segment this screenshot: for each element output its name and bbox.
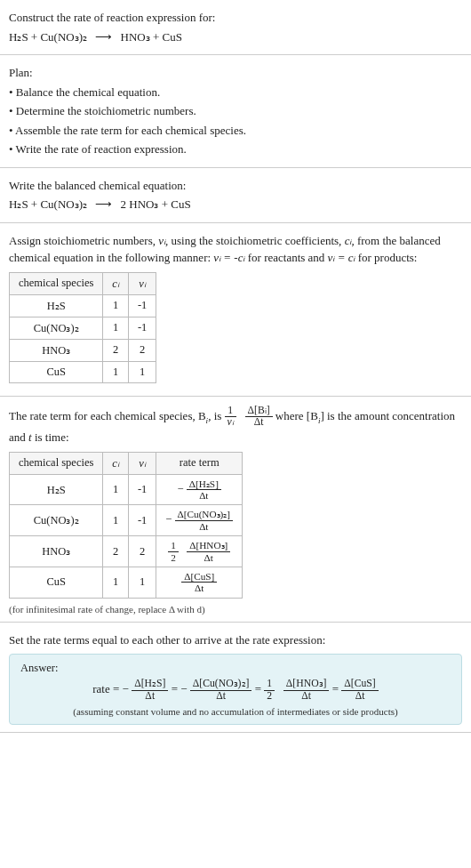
numerator: Δ[HNO₃]: [187, 540, 230, 551]
table-row: CuS 1 1: [10, 361, 156, 382]
text: , is: [208, 409, 224, 422]
denominator: Δt: [245, 417, 273, 429]
answer-label: Answer:: [20, 662, 451, 675]
cell-nu: -1: [128, 505, 156, 536]
plan-title: Plan:: [9, 64, 462, 82]
section-balanced: Write the balanced chemical equation: H₂…: [0, 168, 471, 223]
col-rate-term: rate term: [156, 452, 243, 474]
table-row: HNO₃ 2 2: [10, 339, 156, 361]
table-row: HNO₃ 2 2 1 2 Δ[HNO₃] Δt: [10, 536, 243, 567]
numerator: 1: [168, 540, 179, 551]
cell-species: H₂S: [10, 474, 103, 505]
cell-rate-term: 1 2 Δ[HNO₃] Δt: [156, 536, 243, 567]
denominator: Δt: [175, 521, 234, 532]
stoich-intro: Assign stoichiometric numbers, νᵢ, using…: [9, 232, 462, 267]
equals: =: [255, 683, 265, 696]
table-row: Cu(NO₃)₂ 1 -1: [10, 317, 156, 339]
eq-lhs: H₂S + Cu(NO₃)₂: [9, 30, 87, 44]
cell-nu: 2: [128, 339, 156, 361]
table-row: CuS 1 1 Δ[CuS] Δt: [10, 567, 243, 598]
table-row: H₂S 1 -1: [10, 294, 156, 317]
prompt-title: Construct the rate of reaction expressio…: [9, 9, 462, 27]
rate-prefix: rate = −: [92, 683, 129, 696]
cell-species: H₂S: [10, 294, 103, 317]
denominator: 2: [168, 552, 179, 563]
cell-nu: 1: [128, 361, 156, 382]
cell-species: HNO₃: [10, 339, 103, 361]
cell-rate-term: − Δ[Cu(NO₃)₂] Δt: [156, 505, 243, 536]
cell-rate-term: Δ[CuS] Δt: [156, 567, 243, 598]
col-nu: νᵢ: [128, 272, 156, 294]
text: where [B: [275, 409, 318, 422]
table-row: Cu(NO₃)₂ 1 -1 − Δ[Cu(NO₃)₂] Δt: [10, 505, 243, 536]
table-header-row: chemical species cᵢ νᵢ rate term: [10, 452, 243, 474]
balanced-equation: H₂S + Cu(NO₃)₂ ⟶ 2 HNO₃ + CuS: [9, 196, 462, 213]
numerator: 1: [225, 406, 236, 418]
cell-species: CuS: [10, 361, 103, 382]
section-prompt: Construct the rate of reaction expressio…: [0, 0, 471, 55]
col-ci: cᵢ: [103, 452, 129, 474]
nu-symbol: νᵢ: [158, 234, 165, 247]
section-plan: Plan: • Balance the chemical equation. •…: [0, 55, 471, 168]
term-h2s: Δ[H₂S] Δt: [132, 679, 168, 703]
denominator: Δt: [132, 691, 168, 703]
minus-sign: −: [178, 482, 184, 494]
plan-item-1: • Balance the chemical equation.: [9, 84, 462, 101]
equals: = −: [172, 683, 188, 696]
rate-frac: Δ[CuS] Δt: [181, 571, 217, 594]
numerator: Δ[CuS]: [181, 571, 217, 583]
cell-ci: 1: [103, 294, 129, 317]
denominator: Δt: [187, 552, 230, 563]
cell-ci: 1: [103, 567, 129, 598]
denominator: Δt: [190, 691, 252, 703]
cell-species: Cu(NO₃)₂: [10, 505, 103, 536]
section-rate-term: The rate term for each chemical species,…: [0, 397, 471, 623]
cell-ci: 1: [103, 361, 129, 382]
balanced-rhs: 2 HNO₃ + CuS: [121, 197, 191, 211]
cell-ci: 2: [103, 339, 129, 361]
answer-intro: Set the rate terms equal to each other t…: [9, 631, 462, 649]
equals: =: [332, 683, 342, 696]
arrow-icon: ⟶: [95, 196, 112, 213]
denominator: νᵢ: [225, 417, 236, 429]
plan-item-4: • Write the rate of reaction expression.: [9, 141, 462, 158]
rate-frac: Δ[Cu(NO₃)₂] Δt: [175, 509, 234, 532]
numerator: Δ[Bᵢ]: [245, 406, 273, 418]
denominator: Δt: [187, 490, 221, 501]
relation-reactants: νᵢ = -cᵢ: [213, 251, 244, 264]
assumption-note: (assuming constant volume and no accumul…: [20, 706, 451, 717]
col-ci: cᵢ: [103, 272, 129, 294]
cell-species: Cu(NO₃)₂: [10, 317, 103, 339]
numerator: Δ[CuS]: [341, 679, 378, 691]
text: , using the stoichiometric coefficients,: [165, 234, 345, 247]
cell-ci: 2: [103, 536, 129, 567]
denominator: 2: [264, 691, 275, 703]
section-answer: Set the rate terms equal to each other t…: [0, 623, 471, 733]
cell-nu: 1: [128, 567, 156, 598]
arrow-icon: ⟶: [95, 28, 112, 46]
term-hno3: Δ[HNO₃] Δt: [283, 679, 330, 703]
col-species: chemical species: [10, 272, 103, 294]
balanced-title: Write the balanced chemical equation:: [9, 177, 462, 195]
numerator: Δ[Cu(NO₃)₂]: [190, 679, 252, 691]
relation-products: νᵢ = cᵢ: [328, 251, 355, 264]
plan-item-3: • Assemble the rate term for each chemic…: [9, 122, 462, 140]
plan-item-2: • Determine the stoichiometric numbers.: [9, 102, 462, 120]
denominator: Δt: [181, 583, 217, 593]
minus-sign: −: [165, 513, 172, 526]
rate-expression: rate = − Δ[H₂S] Δt = − Δ[Cu(NO₃)₂] Δt = …: [20, 679, 451, 703]
text: The rate term for each chemical species,…: [9, 409, 206, 422]
cell-ci: 1: [103, 505, 129, 536]
cell-species: HNO₃: [10, 536, 103, 567]
numerator: Δ[H₂S]: [187, 478, 221, 490]
text: for reactants and: [244, 251, 327, 264]
cell-nu: -1: [128, 294, 156, 317]
cell-ci: 1: [103, 474, 129, 505]
text: for products:: [355, 251, 417, 264]
rate-frac: Δ[H₂S] Δt: [187, 478, 221, 502]
denominator: Δt: [341, 691, 378, 703]
rate-term-intro: The rate term for each chemical species,…: [9, 406, 462, 446]
balanced-lhs: H₂S + Cu(NO₃)₂: [9, 197, 87, 211]
infinitesimal-note: (for infinitesimal rate of change, repla…: [9, 604, 462, 615]
cell-nu: 2: [128, 536, 156, 567]
